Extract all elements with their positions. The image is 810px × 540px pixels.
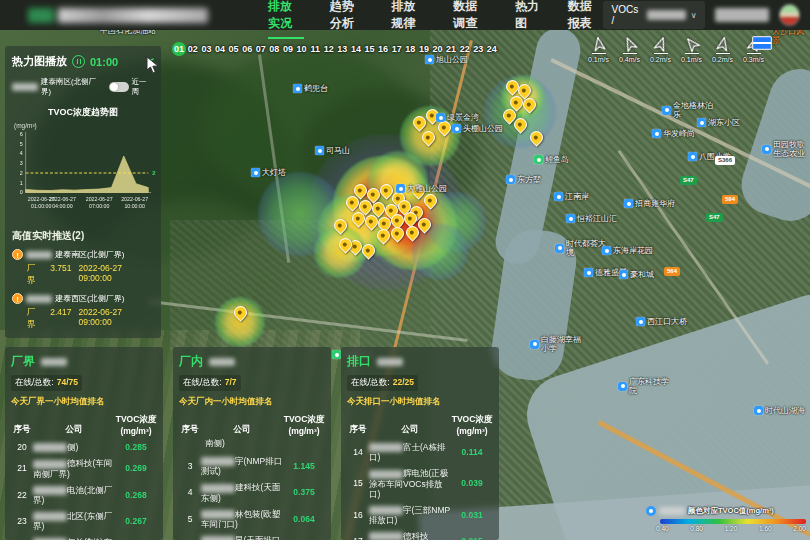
panel-厂界: 厂界在线/总数:74/75今天厂界一小时均值排名序号公司TVOC浓度(mg/m³…	[5, 347, 163, 540]
timeline-hour-11[interactable]: 11	[308, 42, 322, 56]
table-row[interactable]: 15辉电池(正极涂布车间VOCs排放口)0.039	[347, 465, 493, 501]
table-row[interactable]: 17德科技(FHVP1007)0.015	[347, 528, 493, 540]
table-row[interactable]: 4建科技(天面东侧)0.375	[179, 479, 325, 505]
road-number-badge: S47	[680, 176, 697, 185]
map-label: 时代山湖海	[754, 406, 805, 415]
col-no: 序号	[11, 424, 33, 436]
table-row[interactable]: 5林包装(欧塑车间门口)0.064	[179, 506, 325, 532]
svg-text:4: 4	[20, 150, 23, 156]
timeline-hour-15[interactable]: 15	[363, 42, 377, 56]
collapse-panel-chevron-icon[interactable]: <	[147, 55, 154, 69]
map-label: 招商雍华府	[624, 199, 675, 208]
legend-tick: 2.00	[793, 525, 806, 532]
playback-time: 01:00	[90, 56, 118, 68]
map-label-text: 大雁山公园	[407, 184, 447, 193]
panel-title-blurred	[377, 358, 403, 366]
alert-item-2[interactable]: !建泰西区(北侧厂界)厂界2.4172022-06-27 09:00:00	[12, 293, 154, 331]
tab-热力图[interactable]: 热力图	[515, 0, 542, 36]
panel-title-blurred	[41, 358, 67, 366]
row-company: 北区(东侧厂界)	[33, 511, 115, 531]
poi-icon	[566, 214, 575, 223]
timeline-hour-01[interactable]: 01	[172, 42, 186, 56]
wind-speed-label: 0.3m/s	[743, 56, 764, 63]
timeline-hour-17[interactable]: 17	[390, 42, 404, 56]
row-tvoc-value: 0.267	[115, 516, 157, 526]
poi-icon	[762, 145, 771, 154]
panel-title-text: 厂界	[11, 353, 35, 370]
alert-value: 2.417	[50, 307, 71, 331]
table-rows: 3宇(NMP排口测试)1.1454建科技(天面东侧)0.3755林包装(欧塑车间…	[179, 453, 325, 540]
timeline-hour-21[interactable]: 21	[444, 42, 458, 56]
timeline-hour-02[interactable]: 02	[186, 42, 200, 56]
poi-icon	[624, 199, 633, 208]
poi-icon	[584, 268, 593, 277]
poi-icon	[425, 55, 434, 64]
road-layer-toggle-icon[interactable]	[752, 36, 772, 50]
alert-value-row: 厂界3.7512022-06-27 09:00:00	[27, 263, 154, 287]
map-label-text: 西江口大桥	[647, 317, 687, 326]
timeline-hour-13[interactable]: 13	[336, 42, 350, 56]
timeline-hour-24[interactable]: 24	[485, 42, 499, 56]
map-label-text: 田园牧歌生态农业	[773, 140, 810, 158]
timeline-hour-16[interactable]: 16	[376, 42, 390, 56]
timeline-hour-18[interactable]: 18	[404, 42, 418, 56]
table-row[interactable]: 6显(天面排口西侧)0.029	[179, 532, 325, 540]
poi-icon	[251, 168, 260, 177]
table-row[interactable]: 23北区(东侧厂界)0.267	[11, 508, 157, 534]
timeline-hour-08[interactable]: 08	[268, 42, 282, 56]
heatmap-playback-panel: 热力图播放 01:00 < 建泰南区(北侧厂界) 近一周 TVOC浓度趋势图 (…	[5, 46, 161, 338]
table-row[interactable]: 21德科技(车间南侧厂界)0.269	[11, 455, 157, 481]
timeline-hour-14[interactable]: 14	[349, 42, 363, 56]
pause-button[interactable]	[72, 55, 85, 68]
map-label: 恒裕江山汇	[566, 214, 617, 223]
online-label: 在线/总数:	[15, 377, 54, 387]
alerts-title: 高值实时推送(2)	[12, 229, 154, 243]
tab-排放实况[interactable]: 排放实况	[268, 0, 304, 36]
station-toggle-switch[interactable]	[109, 82, 129, 92]
map-label: 金地格林泊乐	[662, 101, 720, 119]
table-row[interactable]: 22电池(北侧厂界)0.268	[11, 482, 157, 508]
table-rows: 14富士(A栋排口)0.11415辉电池(正极涂布车间VOCs排放口)0.039…	[347, 439, 493, 540]
timeline-hour-20[interactable]: 20	[431, 42, 445, 56]
tab-趋势分析[interactable]: 趋势分析	[330, 0, 366, 36]
timeline-hour-09[interactable]: 09	[281, 42, 295, 56]
map-label-text: 东海岸花园	[613, 246, 653, 255]
table-row[interactable]: 16宇(三部NMP排放口)0.031	[347, 502, 493, 528]
timeline-hour-06[interactable]: 06	[240, 42, 254, 56]
row-no: 23	[11, 516, 33, 526]
poi-icon	[530, 340, 539, 349]
timeline-hour-19[interactable]: 19	[417, 42, 431, 56]
chart-title: TVOC浓度趋势图	[12, 106, 154, 119]
table-row[interactable]: 14富士(A栋排口)0.114	[347, 439, 493, 465]
map-label: 鲤鱼岛	[534, 155, 569, 164]
timeline-hour-03[interactable]: 03	[200, 42, 214, 56]
wind-indicators: 0.1m/s0.4m/s0.2m/s0.1m/s0.2m/s0.3m/s	[583, 36, 769, 63]
timeline-hour-22[interactable]: 22	[458, 42, 472, 56]
row-no: 3	[179, 461, 201, 471]
tab-数据报表[interactable]: 数据报表	[568, 0, 604, 36]
map-label: 头棚山公园	[452, 124, 503, 133]
timeline-hour-05[interactable]: 05	[227, 42, 241, 56]
map-label: 豪和城	[619, 270, 654, 279]
map-label-text: 广东科技学院	[629, 377, 676, 395]
tab-排放规律[interactable]: 排放规律	[391, 0, 427, 36]
table-row[interactable]: 3宇(NMP排口测试)1.145	[179, 453, 325, 479]
timeline-hour-07[interactable]: 07	[254, 42, 268, 56]
vocs-selector[interactable]: VOCs / ∨	[603, 1, 704, 29]
timeline-hour-10[interactable]: 10	[295, 42, 309, 56]
table-row[interactable]: 24年益(制粒车间南侧)0.259	[11, 534, 157, 540]
poi-icon	[555, 244, 564, 253]
alert-item-1[interactable]: !建泰南区(北侧厂界)厂界3.7512022-06-27 09:00:00	[12, 249, 154, 287]
table-row[interactable]: 20侧)0.285	[11, 439, 157, 455]
rank-title: 今天厂界一小时均值排名	[11, 396, 157, 408]
tab-数据调查[interactable]: 数据调查	[453, 0, 489, 36]
avatar[interactable]	[779, 4, 800, 26]
timeline-hour-23[interactable]: 23	[471, 42, 485, 56]
timeline-hour-04[interactable]: 04	[213, 42, 227, 56]
col-value-unit: (mg/m³)	[115, 426, 157, 436]
map-label-text: 豪和城	[630, 270, 654, 279]
row-company: 德科技(FHVP1007)	[369, 531, 451, 540]
username-blurred	[715, 8, 769, 22]
timeline-hour-12[interactable]: 12	[322, 42, 336, 56]
company-name-blurred	[369, 443, 403, 452]
